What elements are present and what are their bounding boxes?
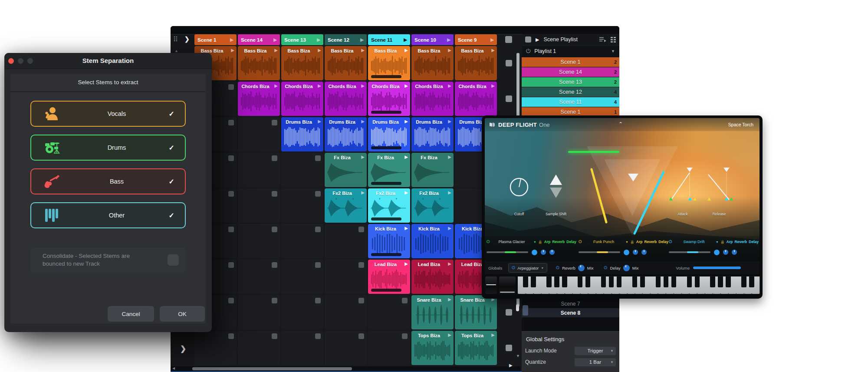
clip-bass-biza[interactable]: Bass Biza ▶ [368,46,410,80]
reverb-mix-knob[interactable] [578,265,585,271]
slot-stop-button[interactable] [315,227,321,232]
clip-play-icon[interactable]: ▶ [448,48,451,53]
black-key[interactable] [695,277,700,287]
playlist-scene-row[interactable]: Scene 142 [522,67,619,77]
scroll-left-icon[interactable]: ◀ [172,366,175,370]
clip-lead-biza[interactable]: Lead Biza ▶ [368,260,410,294]
clip-snare-biza[interactable]: Snare Biza ▶ [411,295,454,329]
ok-button[interactable]: OK [160,306,205,322]
cutoff-knob[interactable] [509,177,529,197]
clip-play-icon[interactable]: ▶ [361,48,365,53]
clip-play-icon[interactable]: ▶ [404,190,408,195]
clip-play-icon[interactable]: ▶ [448,226,451,230]
black-key[interactable] [562,277,567,287]
clip-chords-biza[interactable]: Chords Biza ▶ [368,82,410,116]
clip-chords-biza[interactable]: Chords Biza ▶ [281,82,323,116]
delay-mix-knob[interactable] [623,265,630,271]
clip-play-icon[interactable]: ▶ [361,83,365,88]
layer-reverb-label[interactable]: Reverb [644,240,657,244]
playlist-scene-row[interactable]: Scene 124 [522,87,619,97]
layer-delay-label[interactable]: Delay [749,240,759,244]
clip-play-icon[interactable]: ▶ [231,48,234,53]
global-reverb-group[interactable]: ⏻ Reverb Mix [556,265,593,271]
slot-stop-button[interactable] [228,120,234,125]
clip-play-icon[interactable]: ▶ [361,155,365,159]
empty-clip-slot[interactable] [238,188,280,223]
layer-dropdown-icon[interactable]: ▼ [716,240,719,244]
layer-power-icon[interactable]: ⏻ [669,240,672,244]
scroll-right-icon[interactable]: ▶ [509,363,513,368]
clip-play-icon[interactable]: ▶ [491,83,495,88]
clip-drums-biza[interactable]: Drums Biza ▶ [368,117,410,151]
clip-play-icon[interactable]: ▶ [361,190,365,195]
layer-delay-knob[interactable] [732,250,737,255]
scroll-down-icon[interactable]: ▼ [516,354,520,358]
arpeggiator-dropdown-icon[interactable]: ▼ [541,267,544,270]
clip-play-icon[interactable]: ▶ [404,119,408,124]
global-delay-group[interactable]: ⏻ Delay Mix [604,265,639,271]
playlist-dropdown-chevron-icon[interactable]: ▼ [611,49,615,53]
clip-fx2-biza[interactable]: Fx2 Biza ▶ [368,188,410,223]
track-stop-button[interactable] [506,309,512,316]
empty-clip-slot[interactable] [238,295,280,329]
layer-arp-knob[interactable] [532,250,537,255]
scene-play-icon[interactable]: ▶ [273,37,277,42]
stem-option-drums[interactable]: Drums ✓ [30,135,186,161]
clip-fx2-biza[interactable]: Fx2 Biza ▶ [325,188,367,223]
volume-slider[interactable] [693,267,741,269]
slot-stop-button[interactable] [315,191,321,197]
black-key[interactable] [671,277,676,287]
empty-clip-slot[interactable] [325,331,367,365]
horizontal-scrollbar-thumb[interactable] [192,367,352,370]
layer-reverb-label[interactable]: Reverb [734,240,747,244]
playlist-power-icon[interactable]: ⏻ [526,48,530,55]
empty-clip-slot[interactable] [238,331,280,365]
clip-tops-biza[interactable]: Tops Biza ▶ [455,331,497,365]
black-key[interactable] [601,277,606,287]
black-key[interactable] [609,277,614,287]
clip-chords-biza[interactable]: Chords Biza ▶ [411,82,454,116]
scene-play-icon[interactable]: ▶ [447,37,450,42]
black-key[interactable] [632,277,637,287]
layer-dropdown-icon[interactable]: ▼ [625,240,628,244]
slot-stop-button[interactable] [228,262,234,268]
setting-dropdown[interactable]: 1 Bar▼ [575,358,616,366]
black-key[interactable] [640,277,645,287]
scene-header-scene-13[interactable]: Scene 13▶ [281,34,323,45]
scene-play-icon[interactable]: ▶ [404,37,407,42]
slot-stop-button[interactable] [272,298,277,303]
black-key[interactable] [749,277,754,287]
playlist-scene-row[interactable]: Scene 7 [522,299,619,308]
clip-fx-biza[interactable]: Fx Biza ▶ [411,153,454,187]
empty-clip-slot[interactable] [281,260,323,294]
track-stop-button[interactable] [506,345,512,351]
clip-play-icon[interactable]: ▶ [448,119,451,124]
slot-stop-button[interactable] [272,227,277,232]
clip-play-icon[interactable]: ▶ [448,155,451,159]
layer-delay-label[interactable]: Delay [566,240,576,244]
empty-clip-slot[interactable] [238,153,280,187]
slot-stop-button[interactable] [272,120,277,125]
stem-option-bass[interactable]: Bass ✓ [30,168,186,194]
layer-preset-selector[interactable]: Swamp Drift [674,239,714,245]
layer-power-icon[interactable]: ⏻ [579,240,582,244]
clip-bass-biza[interactable]: Bass Biza ▶ [325,46,367,80]
stem-option-other[interactable]: Other ✓ [30,202,186,228]
playlist-scene-row[interactable]: Scene 12 [522,57,619,67]
clip-snare-biza[interactable]: Snare Biza ▶ [455,295,497,329]
track-stop-button[interactable] [506,60,512,66]
black-key[interactable] [718,277,723,287]
empty-clip-slot[interactable] [238,260,280,294]
clip-chords-biza[interactable]: Chords Biza ▶ [325,82,367,116]
clip-kick-biza[interactable]: Kick Biza ▶ [411,224,454,258]
slot-stop-button[interactable] [272,262,277,268]
empty-clip-slot[interactable] [238,224,280,258]
delay-power-icon[interactable]: ⏻ [604,266,608,270]
clip-play-icon[interactable]: ▶ [448,83,451,88]
clip-chords-biza[interactable]: Chords Biza ▶ [238,82,280,116]
slot-stop-button[interactable] [315,298,321,303]
black-key[interactable] [741,277,746,287]
slot-stop-button[interactable] [272,333,277,339]
playlist-play-button[interactable]: ▶ [536,37,539,43]
arpeggiator-selector[interactable]: ⏻ Arpeggiator ▼ [508,263,547,273]
